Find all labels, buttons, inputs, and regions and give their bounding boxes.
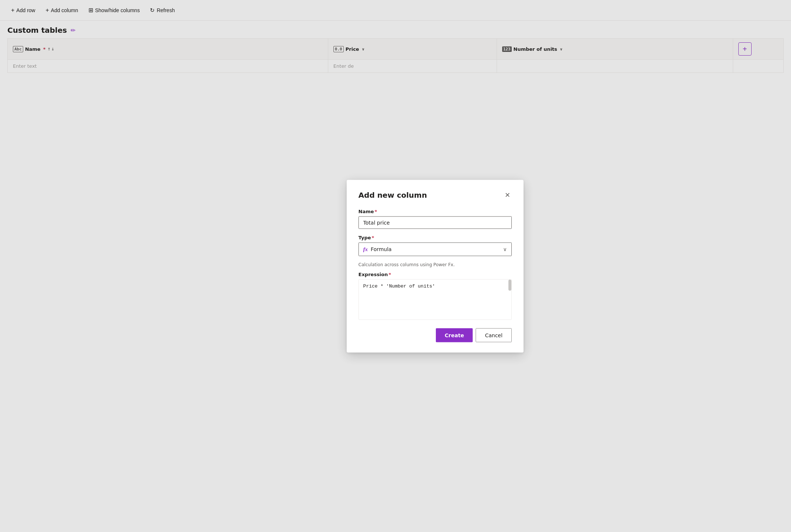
- dialog-overlay: [0, 0, 791, 73]
